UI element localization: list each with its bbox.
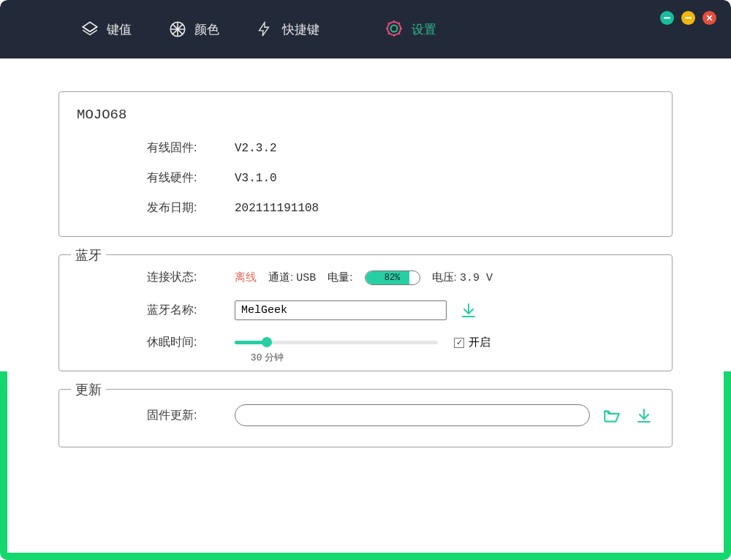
browse-file-button[interactable]	[602, 405, 622, 425]
download-firmware-button[interactable]	[634, 405, 654, 425]
voltage-value: 3.9 V	[460, 272, 493, 284]
sleep-time-label: 休眠时间:	[147, 335, 220, 350]
firmware-value: V2.3.2	[235, 142, 277, 155]
device-info-section: MOJO68 有线固件: V2.3.2 有线硬件: V3.1.0 发布日期: 2…	[58, 91, 673, 237]
channel-label: 通道:	[268, 270, 293, 283]
battery-label: 电量:	[327, 270, 352, 284]
bt-name-label: 蓝牙名称:	[147, 303, 220, 318]
bt-name-input[interactable]	[235, 300, 447, 320]
sleep-enable-checkbox[interactable]: ✓ 开启	[454, 336, 491, 349]
svg-line-10	[398, 23, 400, 24]
keys-icon	[80, 20, 99, 39]
window-controls	[660, 11, 716, 25]
slider-value-label: 30 分钟	[251, 351, 284, 364]
release-date-value: 202111191108	[235, 202, 319, 215]
nav-label: 快捷键	[282, 21, 319, 38]
close-button[interactable]	[702, 11, 716, 25]
lightning-icon	[256, 20, 275, 39]
device-name: MOJO68	[77, 107, 654, 123]
slider-track	[235, 341, 438, 344]
update-legend: 更新	[71, 381, 106, 398]
hardware-value: V3.1.0	[235, 172, 277, 185]
svg-line-8	[398, 33, 400, 34]
conn-status: 离线	[235, 270, 257, 284]
nav-label: 键值	[107, 21, 132, 38]
nav-tab-shortcut[interactable]: 快捷键	[256, 20, 319, 39]
settings-panel: MOJO68 有线固件: V2.3.2 有线硬件: V3.1.0 发布日期: 2…	[7, 58, 724, 553]
gear-icon	[385, 20, 404, 39]
nav-label: 设置	[412, 21, 436, 38]
channel-value: USB	[296, 272, 316, 284]
firmware-update-label: 固件更新:	[147, 408, 220, 423]
apply-bt-name-button[interactable]	[458, 300, 479, 320]
battery-indicator: 82%	[365, 270, 420, 285]
nav-tab-settings[interactable]: 设置	[385, 20, 436, 39]
bluetooth-legend: 蓝牙	[71, 246, 106, 264]
svg-point-2	[391, 26, 398, 32]
nav-label: 颜色	[194, 21, 219, 38]
slider-thumb[interactable]	[262, 337, 272, 347]
conn-state-label: 连接状态:	[147, 270, 220, 285]
minimize-button[interactable]	[681, 11, 695, 25]
maximize-button[interactable]	[660, 11, 674, 25]
checkbox-box: ✓	[454, 338, 464, 348]
color-icon	[168, 20, 187, 39]
nav-tab-keys[interactable]: 键值	[80, 20, 132, 39]
voltage-label: 电压:	[432, 270, 457, 283]
firmware-path-input[interactable]	[235, 404, 590, 426]
svg-line-7	[388, 23, 390, 24]
titlebar: 键值 颜色 快捷键	[0, 0, 731, 58]
checkbox-label: 开启	[469, 336, 491, 349]
battery-text: 82%	[366, 273, 420, 283]
svg-line-9	[388, 33, 390, 34]
hardware-label: 有线硬件:	[147, 170, 220, 186]
update-section: 更新 固件更新:	[58, 389, 673, 447]
bluetooth-section: 蓝牙 连接状态: 离线 通道: USB 电量: 82% 电压: 3.9 V 蓝牙…	[58, 254, 673, 371]
sleep-slider[interactable]: 30 分钟	[235, 341, 438, 344]
firmware-label: 有线固件:	[147, 140, 220, 156]
nav-tab-color[interactable]: 颜色	[168, 20, 219, 39]
release-date-label: 发布日期:	[147, 200, 220, 216]
